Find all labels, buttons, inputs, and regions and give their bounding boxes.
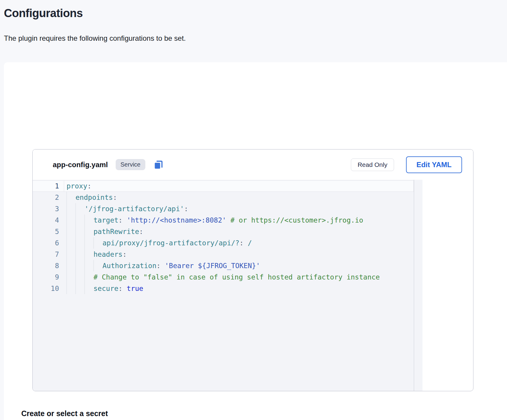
line-number-10: 10 [33, 283, 59, 294]
code-lines: proxy:endpoints:'/jfrog-artifactory/api'… [64, 180, 414, 294]
page-title: Configurations [4, 7, 83, 20]
yaml-editor-card: app-config.yaml Service Read Only Edit Y… [32, 149, 473, 391]
editor-scrollbar-track[interactable] [414, 180, 422, 391]
code-line-3: '/jfrog-artifactory/api': [64, 203, 414, 214]
copy-icon[interactable] [153, 160, 164, 170]
code-line-5: pathRewrite: [64, 226, 414, 237]
secret-section-heading: Create or select a secret [21, 409, 108, 418]
code-line-4: target: 'http://<hostname>:8082' # or ht… [64, 214, 414, 226]
read-only-button[interactable]: Read Only [351, 158, 394, 171]
code-line-1: proxy: [64, 180, 414, 192]
line-number-2: 2 [33, 192, 59, 203]
yaml-code-editor[interactable]: 12345678910 proxy:endpoints:'/jfrog-arti… [33, 180, 422, 391]
code-line-7: headers: [64, 249, 414, 260]
line-number-6: 6 [33, 237, 59, 249]
editor-card-header: app-config.yaml Service Read Only Edit Y… [33, 149, 473, 180]
code-gutter: 12345678910 [33, 180, 59, 294]
content-panel: app-config.yaml Service Read Only Edit Y… [4, 62, 507, 420]
line-number-3: 3 [33, 203, 59, 214]
line-number-4: 4 [33, 214, 59, 226]
line-number-1: 1 [33, 180, 59, 192]
line-number-7: 7 [33, 249, 59, 260]
code-line-9: # Change to "false" in case of using sel… [64, 271, 414, 283]
code-line-6: api/proxy/jfrog-artifactory/api/?: / [64, 237, 414, 249]
line-number-8: 8 [33, 260, 59, 271]
copy-icon-glyph [153, 160, 164, 170]
code-line-10: secure: true [64, 283, 414, 294]
edit-yaml-button[interactable]: Edit YAML [406, 156, 462, 173]
line-number-5: 5 [33, 226, 59, 237]
line-number-9: 9 [33, 271, 59, 283]
code-line-2: endpoints: [64, 192, 414, 203]
page-subtitle: The plugin requires the following config… [4, 34, 186, 43]
code-line-8: Authorization: 'Bearer ${JFROG_TOKEN}' [64, 260, 414, 271]
config-filename: app-config.yaml [53, 161, 108, 169]
service-badge: Service [116, 159, 145, 170]
